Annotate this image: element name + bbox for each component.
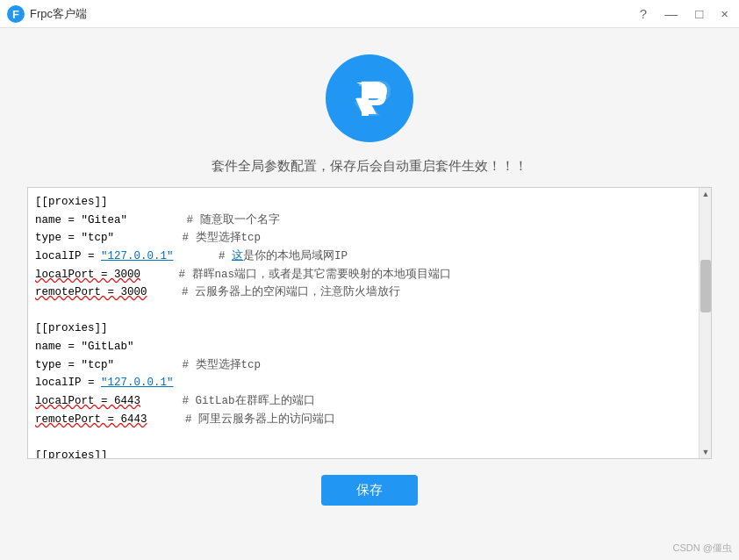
config-line-empty — [35, 302, 693, 320]
subtitle-text: 套件全局参数配置，保存后会自动重启套件生效！！！ — [212, 158, 527, 175]
logo-icon — [346, 75, 394, 123]
window-controls: ? — □ × — [636, 5, 732, 22]
svg-text:F: F — [12, 8, 19, 21]
minimize-button[interactable]: — — [661, 5, 681, 22]
config-line: localPort = 6443 # GitLab在群晖上的端口 — [35, 392, 693, 411]
config-line-empty — [35, 428, 693, 447]
config-scrollbar[interactable]: ▲ ▼ — [699, 188, 711, 458]
config-line: type = "tcp" # 类型选择tcp — [35, 229, 693, 248]
config-line: localIP = "127.0.0.1" — [35, 374, 693, 392]
maximize-button[interactable]: □ — [692, 5, 707, 22]
config-line: [[proxies]] — [35, 447, 693, 458]
config-line: [[proxies]] — [35, 193, 693, 212]
config-line: [[proxies]] — [35, 319, 693, 338]
config-line: localIP = "127.0.0.1" # 这是你的本地局域网IP — [35, 248, 693, 266]
close-button[interactable]: × — [717, 5, 732, 22]
main-content: 套件全局参数配置，保存后会自动重启套件生效！！！ [[proxies]] nam… — [0, 28, 739, 560]
config-line: name = "Gitea" # 随意取一个名字 — [35, 212, 693, 230]
config-editor[interactable]: [[proxies]] name = "Gitea" # 随意取一个名字 typ… — [28, 188, 700, 458]
scrollbar-up-arrow[interactable]: ▲ — [700, 188, 712, 200]
config-line: remotePort = 3000 # 云服务器上的空闲端口，注意防火墙放行 — [35, 284, 693, 302]
config-line: remotePort = 6443 # 阿里云服务器上的访问端口 — [35, 411, 693, 429]
app-logo: F — [7, 5, 25, 23]
scrollbar-thumb[interactable] — [700, 260, 711, 312]
config-container[interactable]: [[proxies]] name = "Gitea" # 随意取一个名字 typ… — [27, 187, 712, 459]
save-btn-container: 保存 — [321, 475, 418, 506]
app-logo-circle — [326, 54, 413, 142]
save-button[interactable]: 保存 — [321, 475, 418, 506]
app-title: Frpc客户端 — [30, 6, 636, 22]
config-line: localPort = 3000 # 群晖nas端口，或者是其它需要映射的本地项… — [35, 266, 693, 284]
help-button[interactable]: ? — [636, 5, 650, 22]
config-line: type = "tcp" # 类型选择tcp — [35, 356, 693, 375]
logo-container — [326, 54, 413, 142]
scrollbar-down-arrow[interactable]: ▼ — [700, 446, 712, 458]
watermark: CSDN @僵虫 — [673, 542, 732, 555]
title-bar: F Frpc客户端 ? — □ × — [0, 0, 739, 28]
config-line: name = "GitLab" — [35, 338, 693, 356]
